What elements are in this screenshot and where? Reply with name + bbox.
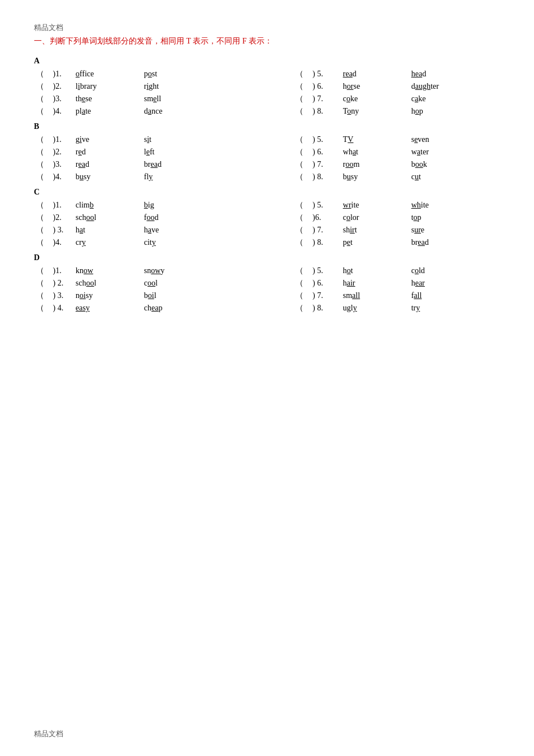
- paren: （: [293, 68, 310, 80]
- num: )1.: [51, 68, 73, 80]
- right-num: ) 6.: [310, 146, 341, 158]
- paren: （: [34, 302, 51, 314]
- paren: （: [293, 277, 310, 290]
- num: )4.: [51, 105, 73, 118]
- table-row: （ ) 4. easy cheap （ ) 8. ugly try: [34, 302, 500, 314]
- word1: office: [73, 68, 142, 80]
- word2: sit: [142, 133, 233, 146]
- right-word2: fall: [409, 290, 500, 302]
- right-word2: seven: [409, 133, 500, 146]
- right-word1: color: [341, 211, 409, 224]
- table-row: （ ) 3. noisy boil （ ) 7. small fall: [34, 290, 500, 302]
- word2: snowy: [142, 265, 233, 277]
- word1: climb: [73, 199, 142, 211]
- right-word2: cake: [409, 93, 500, 105]
- paren: （: [293, 158, 310, 171]
- section-b-table: （ )1. give sit （ ) 5. TV seven （ )2. red…: [34, 133, 500, 183]
- paren: （: [34, 133, 51, 146]
- right-word1: ugly: [341, 302, 409, 314]
- paren: （: [34, 158, 51, 171]
- paren: （: [34, 68, 51, 80]
- right-num: ) 6.: [310, 80, 341, 93]
- table-row: （ ) 2. school cool （ ) 6. hair hear: [34, 277, 500, 290]
- right-word1: small: [341, 290, 409, 302]
- paren: （: [293, 199, 310, 211]
- table-row: （ )4. busy fly （ ) 8. busy cut: [34, 171, 500, 183]
- word1: easy: [73, 302, 142, 314]
- word1: library: [73, 80, 142, 93]
- num: ) 4.: [51, 302, 73, 314]
- section-d-table: （ )1. know snowy （ ) 5. hot cold （ ) 2. …: [34, 265, 500, 314]
- instructions: 一、判断下列单词划线部分的发音，相同用 T 表示，不同用 F 表示：: [34, 36, 500, 46]
- right-word1: Tony: [341, 105, 409, 118]
- section-b-label: B: [34, 122, 500, 131]
- right-word2: cut: [409, 171, 500, 183]
- table-row: （ )1. give sit （ ) 5. TV seven: [34, 133, 500, 146]
- table-row: （ )3. read bread （ ) 7. room book: [34, 158, 500, 171]
- table-row: （ )2. library right （ ) 6. horse daughte…: [34, 80, 500, 93]
- paren: （: [293, 302, 310, 314]
- paren: （: [34, 171, 51, 183]
- word1: noisy: [73, 290, 142, 302]
- right-word1: TV: [341, 133, 409, 146]
- word1: school: [73, 277, 142, 290]
- right-word2: water: [409, 146, 500, 158]
- right-word2: bread: [409, 236, 500, 249]
- word1: read: [73, 158, 142, 171]
- paren: （: [293, 290, 310, 302]
- table-row: （ )1. office post （ ) 5. read head: [34, 68, 500, 80]
- right-word1: what: [341, 146, 409, 158]
- right-num: )6.: [310, 211, 341, 224]
- right-word2: sure: [409, 224, 500, 236]
- right-word2: try: [409, 302, 500, 314]
- right-num: ) 5.: [310, 68, 341, 80]
- right-word1: room: [341, 158, 409, 171]
- right-num: ) 8.: [310, 105, 341, 118]
- footer-watermark: 精品文档: [34, 729, 63, 739]
- right-num: ) 7.: [310, 290, 341, 302]
- right-num: ) 7.: [310, 158, 341, 171]
- right-word2: hop: [409, 105, 500, 118]
- word2: city: [142, 236, 233, 249]
- paren: （: [34, 236, 51, 249]
- paren: （: [293, 105, 310, 118]
- word2: cool: [142, 277, 233, 290]
- paren: （: [293, 265, 310, 277]
- num: )4.: [51, 236, 73, 249]
- right-word2: top: [409, 211, 500, 224]
- word1: cry: [73, 236, 142, 249]
- right-num: ) 7.: [310, 93, 341, 105]
- word1: give: [73, 133, 142, 146]
- right-word2: head: [409, 68, 500, 80]
- table-row: （ )1. know snowy （ ) 5. hot cold: [34, 265, 500, 277]
- num: )3.: [51, 93, 73, 105]
- right-word1: hot: [341, 265, 409, 277]
- section-d-label: D: [34, 253, 500, 262]
- paren: （: [34, 290, 51, 302]
- right-num: ) 7.: [310, 224, 341, 236]
- word2: dance: [142, 105, 233, 118]
- right-word1: pet: [341, 236, 409, 249]
- word1: these: [73, 93, 142, 105]
- word2: boil: [142, 290, 233, 302]
- word2: bread: [142, 158, 233, 171]
- paren: （: [34, 105, 51, 118]
- paren: （: [293, 236, 310, 249]
- right-num: ) 8.: [310, 171, 341, 183]
- num: ) 3.: [51, 224, 73, 236]
- num: )2.: [51, 211, 73, 224]
- paren: （: [34, 224, 51, 236]
- right-word2: hear: [409, 277, 500, 290]
- section-a-label: A: [34, 57, 500, 66]
- word2: smell: [142, 93, 233, 105]
- section-a-table: （ )1. office post （ ) 5. read head （ )2.…: [34, 68, 500, 118]
- right-word2: daughter: [409, 80, 500, 93]
- table-row: （ )1. climb big （ ) 5. write white: [34, 199, 500, 211]
- word2: cheap: [142, 302, 233, 314]
- right-word1: hair: [341, 277, 409, 290]
- paren: （: [34, 146, 51, 158]
- num: )2.: [51, 146, 73, 158]
- word2: left: [142, 146, 233, 158]
- word2: have: [142, 224, 233, 236]
- section-c-label: C: [34, 188, 500, 197]
